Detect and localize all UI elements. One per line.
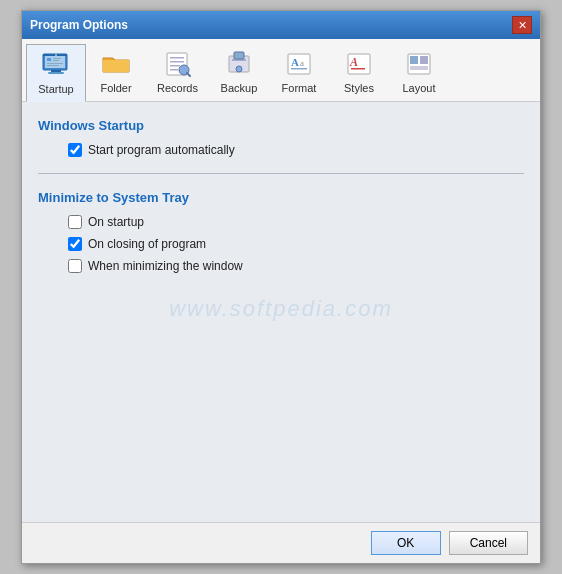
tab-format[interactable]: A a Format (269, 43, 329, 101)
close-button[interactable]: ✕ (512, 16, 532, 34)
startup-icon (40, 49, 72, 81)
tab-backup-label: Backup (221, 82, 258, 94)
svg-line-17 (187, 73, 190, 76)
records-icon (161, 48, 193, 80)
svg-rect-10 (47, 65, 59, 66)
backup-icon (223, 48, 255, 80)
when-minimizing-label[interactable]: When minimizing the window (88, 259, 243, 273)
svg-text:A: A (349, 55, 358, 69)
svg-rect-6 (47, 58, 51, 61)
start-auto-checkbox[interactable] (68, 143, 82, 157)
tab-records[interactable]: Records (146, 43, 209, 101)
svg-rect-5 (48, 72, 64, 74)
svg-text:A: A (291, 56, 299, 68)
start-auto-label[interactable]: Start program automatically (88, 143, 235, 157)
toolbar: Startup Folder (22, 39, 540, 102)
tab-layout-label: Layout (402, 82, 435, 94)
minimize-tray-content: On startup On closing of program When mi… (38, 215, 524, 273)
tab-startup-label: Startup (38, 83, 73, 95)
svg-point-21 (236, 66, 242, 72)
svg-rect-32 (410, 66, 428, 70)
tab-styles-label: Styles (344, 82, 374, 94)
svg-text:a: a (300, 58, 304, 68)
svg-rect-15 (170, 69, 178, 71)
footer: OK Cancel (22, 522, 540, 563)
svg-rect-31 (420, 56, 428, 64)
windows-startup-section: Windows Startup Start program automatica… (38, 118, 524, 157)
when-minimizing-row: When minimizing the window (68, 259, 524, 273)
on-closing-label[interactable]: On closing of program (88, 237, 206, 251)
cancel-button[interactable]: Cancel (449, 531, 528, 555)
windows-startup-content: Start program automatically (38, 143, 524, 157)
layout-icon (403, 48, 435, 80)
on-closing-row: On closing of program (68, 237, 524, 251)
svg-rect-1 (45, 56, 65, 68)
minimize-tray-section: Minimize to System Tray On startup On cl… (38, 190, 524, 273)
tab-layout[interactable]: Layout (389, 43, 449, 101)
window-title: Program Options (30, 18, 128, 32)
content-area: www.softpedia.com Windows Startup Start … (22, 102, 540, 522)
tab-format-label: Format (282, 82, 317, 94)
ok-button[interactable]: OK (371, 531, 441, 555)
format-icon: A a (283, 48, 315, 80)
program-options-window: Program Options ✕ (21, 10, 541, 564)
on-startup-row: On startup (68, 215, 524, 229)
folder-icon (100, 48, 132, 80)
svg-rect-4 (51, 70, 61, 72)
windows-startup-title: Windows Startup (38, 118, 524, 133)
tab-folder-label: Folder (100, 82, 131, 94)
on-startup-label[interactable]: On startup (88, 215, 144, 229)
tab-startup[interactable]: Startup (26, 44, 86, 102)
svg-rect-28 (351, 68, 365, 70)
svg-rect-12 (170, 57, 184, 59)
tab-backup[interactable]: Backup (209, 43, 269, 101)
tab-styles[interactable]: A Styles (329, 43, 389, 101)
svg-rect-9 (47, 63, 63, 64)
tab-records-label: Records (157, 82, 198, 94)
svg-rect-25 (291, 68, 307, 70)
svg-point-3 (55, 54, 57, 56)
svg-rect-14 (170, 65, 180, 67)
title-bar: Program Options ✕ (22, 11, 540, 39)
svg-rect-7 (53, 58, 61, 59)
svg-rect-13 (170, 61, 184, 63)
svg-rect-20 (234, 52, 244, 59)
on-closing-checkbox[interactable] (68, 237, 82, 251)
watermark: www.softpedia.com (169, 296, 393, 322)
styles-icon: A (343, 48, 375, 80)
on-startup-checkbox[interactable] (68, 215, 82, 229)
minimize-tray-title: Minimize to System Tray (38, 190, 524, 205)
title-bar-controls: ✕ (512, 16, 532, 34)
tab-folder[interactable]: Folder (86, 43, 146, 101)
start-auto-row: Start program automatically (68, 143, 524, 157)
when-minimizing-checkbox[interactable] (68, 259, 82, 273)
svg-rect-2 (43, 54, 67, 56)
svg-rect-30 (410, 56, 418, 64)
svg-rect-8 (53, 60, 59, 61)
section-divider (38, 173, 524, 174)
